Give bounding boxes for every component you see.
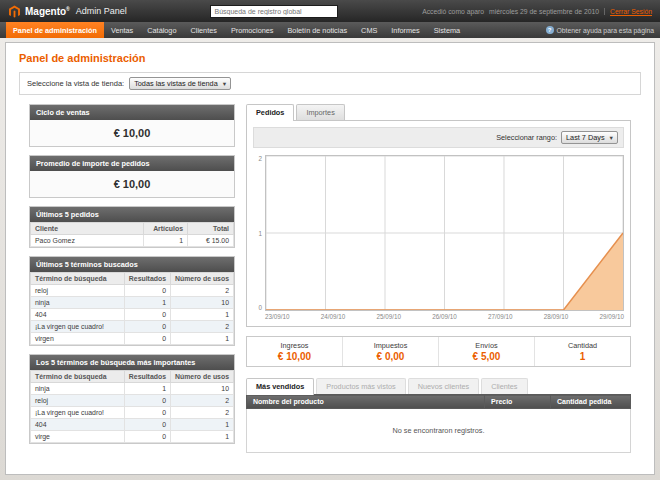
search-term-row[interactable]: ninja 1 10	[31, 297, 234, 309]
grid-tabs: Más vendidos Productos más vistos Nuevos…	[246, 378, 631, 394]
tab-clientes[interactable]: Clientes	[481, 378, 527, 394]
y-tick: 0	[258, 304, 262, 311]
table-header-row: Término de búsqueda Resultados Número de…	[31, 273, 234, 285]
nav-item-ventas[interactable]: Ventas	[104, 22, 140, 38]
table-header-row: Cliente Artículos Total	[31, 223, 234, 235]
search-term-row[interactable]: reloj 0 2	[31, 285, 234, 297]
help-label: Obtener ayuda para esta página	[557, 27, 655, 34]
last-search-terms-box: Últimos 5 términos buscados Término de b…	[29, 256, 235, 346]
cell-term: virge	[31, 431, 125, 443]
average-orders-value: € 10,00	[30, 171, 234, 197]
help-link[interactable]: ? Obtener ayuda para esta página	[546, 22, 655, 38]
stat-ingresos: Ingresos € 10,00	[247, 337, 342, 366]
cell-term: ninja	[31, 297, 125, 309]
tab-importes[interactable]: Importes	[296, 104, 344, 120]
brand: Magento® Admin Panel	[8, 5, 127, 18]
y-tick: 1	[258, 230, 262, 237]
search-term-row[interactable]: virge 0 1	[31, 431, 234, 443]
tab-productos-mas-vistos[interactable]: Productos más vistos	[316, 378, 405, 394]
average-orders-title: Promedio de importe de pedidos	[30, 156, 234, 171]
dashboard-right-column: Pedidos Importes Seleccionar rango: Last…	[246, 104, 631, 453]
search-term-row[interactable]: virgen 0 1	[31, 333, 234, 345]
table-header-row: Nombre del producto Precio Cantidad pedi…	[247, 395, 631, 409]
logged-in-as: Accedió como aparo	[422, 8, 484, 15]
chart-zone: 2 1 0	[253, 155, 624, 311]
col-product-name: Nombre del producto	[247, 395, 485, 409]
col-cliente: Cliente	[31, 223, 144, 235]
stat-value: 1	[537, 351, 628, 362]
y-tick: 2	[258, 155, 262, 162]
range-selected: Last 7 Days	[566, 133, 605, 142]
col-total: Total	[188, 223, 234, 235]
col-resultados: Resultados	[124, 371, 170, 383]
top-search-terms-table: Término de búsqueda Resultados Número de…	[30, 370, 234, 443]
cell-uses: 2	[171, 395, 234, 407]
chevron-down-icon: ▼	[222, 81, 227, 87]
store-view-switcher: Seleccione la vista de tienda: Todas las…	[19, 72, 641, 95]
cell-term: reloj	[31, 395, 125, 407]
cell-results: 1	[124, 297, 170, 309]
totals-bar: Ingresos € 10,00 Impuestos € 0,00 Envíos…	[246, 336, 631, 367]
bestsellers-table: Nombre del producto Precio Cantidad pedi…	[246, 394, 631, 409]
stat-value: € 10,00	[249, 351, 340, 362]
nav-item-cms[interactable]: CMS	[354, 22, 384, 38]
dashboard-main: Ciclo de ventas € 10,00 Promedio de impo…	[19, 104, 641, 453]
range-label: Seleccionar rango:	[496, 133, 557, 142]
cell-uses: 1	[171, 419, 234, 431]
cell-uses: 10	[171, 383, 234, 395]
tab-pedidos[interactable]: Pedidos	[246, 104, 294, 121]
chart-x-axis: 23/09/10 24/09/10 25/09/10 26/09/10 27/0…	[265, 313, 624, 320]
x-tick: 29/09/10	[599, 313, 624, 320]
cell-uses: 1	[171, 431, 234, 443]
cell-results: 0	[124, 285, 170, 297]
search-term-row[interactable]: 404 0 1	[31, 309, 234, 321]
search-term-row[interactable]: ninja 1 10	[31, 383, 234, 395]
cell-total: € 15.00	[188, 235, 234, 247]
col-articulos: Artículos	[144, 223, 188, 235]
order-row[interactable]: Paco Gomez 1 € 15.00	[31, 235, 234, 247]
nav-item-clientes[interactable]: Clientes	[184, 22, 224, 38]
x-tick: 27/09/10	[488, 313, 513, 320]
nav-item-sistema[interactable]: Sistema	[427, 22, 467, 38]
page-title: Panel de administración	[19, 52, 641, 64]
global-search	[135, 5, 414, 18]
chart-toolbar: Seleccionar rango: Last 7 Days ▼	[253, 127, 624, 148]
chevron-down-icon: ▼	[609, 135, 614, 141]
diagram-tabs: Pedidos Importes	[246, 104, 631, 120]
cell-results: 0	[124, 431, 170, 443]
search-term-row[interactable]: 404 0 1	[31, 419, 234, 431]
trademark-symbol: ®	[66, 6, 70, 12]
stat-label: Cantidad	[537, 341, 628, 350]
average-orders-box: Promedio de importe de pedidos € 10,00	[29, 155, 235, 198]
global-search-input[interactable]	[210, 5, 338, 18]
tab-nuevos-clientes[interactable]: Nuevos clientes	[408, 378, 480, 394]
cell-uses: 2	[171, 285, 234, 297]
nav-item-panel-administracion[interactable]: Panel de administración	[6, 22, 104, 38]
stat-label: Ingresos	[249, 341, 340, 350]
search-term-row[interactable]: ¡La virgen que cuadro! 0 2	[31, 407, 234, 419]
store-view-label: Seleccione la vista de tienda:	[27, 79, 124, 88]
page-content: Panel de administración Seleccione la vi…	[5, 42, 655, 475]
nav-item-informes[interactable]: Informes	[384, 22, 426, 38]
range-select[interactable]: Last 7 Days ▼	[561, 131, 618, 144]
cell-term: 404	[31, 309, 125, 321]
x-tick: 23/09/10	[265, 313, 290, 320]
search-term-row[interactable]: reloj 0 2	[31, 395, 234, 407]
tab-mas-vendidos[interactable]: Más vendidos	[246, 378, 314, 395]
cell-term: 404	[31, 419, 125, 431]
last-search-terms-table: Término de búsqueda Resultados Número de…	[30, 272, 234, 345]
nav-item-catalogo[interactable]: Catálogo	[140, 22, 183, 38]
nav-item-promociones[interactable]: Promociones	[224, 22, 281, 38]
logout-link[interactable]: Cerrar Sesión	[604, 8, 652, 15]
store-view-select[interactable]: Todas las vistas de tienda ▼	[129, 77, 231, 90]
col-termino: Término de búsqueda	[31, 273, 125, 285]
search-term-row[interactable]: ¡La virgen que cuadro! 0 2	[31, 321, 234, 333]
last-orders-title: Últimos 5 pedidos	[30, 207, 234, 222]
user-info: Accedió como aparo miércoles 29 de septi…	[422, 8, 652, 15]
nav-item-boletin[interactable]: Boletín de noticias	[280, 22, 354, 38]
x-tick: 24/09/10	[321, 313, 346, 320]
x-tick: 28/09/10	[544, 313, 569, 320]
lifetime-sales-value: € 10,00	[30, 120, 234, 146]
orders-chart	[265, 155, 624, 311]
col-qty-ordered: Cantidad pedida	[551, 395, 631, 409]
